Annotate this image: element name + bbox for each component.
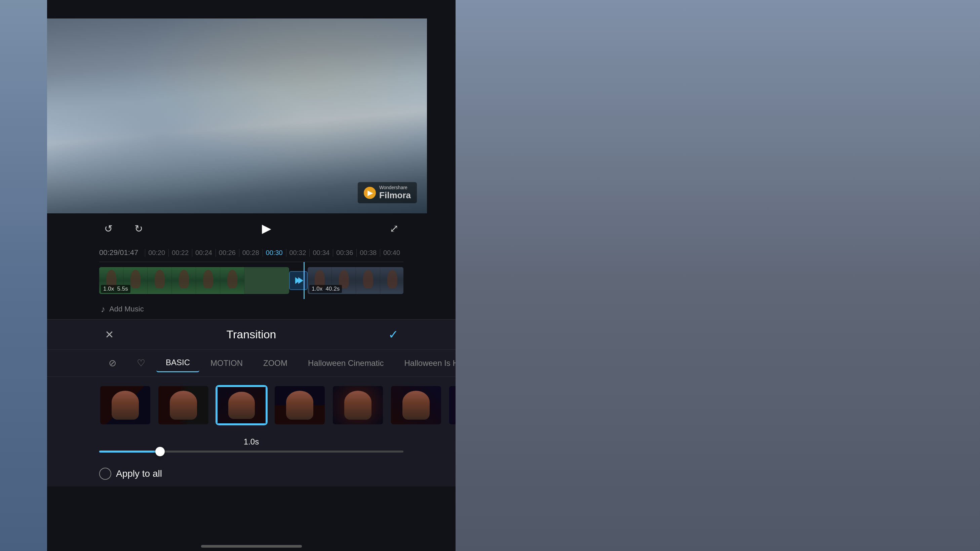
thumb-top	[158, 386, 208, 424]
ruler-mark-11: 00:40	[380, 249, 403, 257]
apply-to-all-button[interactable]: Apply to all	[99, 468, 162, 480]
clip-a-thumb-6	[220, 267, 244, 294]
ruler-mark-1: 00:20	[145, 249, 169, 257]
transition-thumb-2[interactable]	[158, 385, 210, 426]
slider-area: 1.0s	[47, 434, 455, 461]
music-note-icon: ♪	[101, 304, 105, 314]
transition-thumb-7[interactable]	[448, 385, 455, 426]
tab-halloween-is-here[interactable]: Halloween Is Here	[395, 354, 455, 372]
transition-thumb-6[interactable]	[390, 385, 442, 426]
ruler-mark-2: 00:22	[169, 249, 192, 257]
time-current: 00:29	[99, 248, 118, 257]
checkmark-icon: ✓	[388, 327, 398, 342]
transition-thumb-3-inner	[216, 386, 267, 424]
controls-left: ↺ ↻	[99, 219, 148, 238]
add-music-bar: ♪ Add Music	[99, 299, 403, 319]
transition-thumb-4[interactable]	[274, 385, 326, 426]
ruler-mark-8: 00:34	[309, 249, 333, 257]
transition-marker[interactable]	[289, 271, 308, 290]
tab-favorites[interactable]: ♡	[127, 353, 155, 373]
clip-a-thumb-5	[196, 267, 220, 294]
thumbnails-area	[47, 376, 455, 434]
clips-container: 1.0x 5.5s	[99, 267, 403, 294]
clip-a-speed: 1.0x	[103, 286, 114, 292]
transition-thumb-1[interactable]	[99, 385, 151, 426]
clip-a-info: 1.0x 5.5s	[101, 285, 130, 293]
ruler-mark-6: 00:30	[262, 249, 286, 257]
redo-button[interactable]: ↻	[129, 219, 148, 238]
tab-basic[interactable]: BASIC	[156, 354, 199, 372]
watermark-text: Wondershare Filmora	[379, 185, 411, 200]
clip-a-thumb-3	[148, 267, 172, 294]
svg-marker-1	[298, 277, 303, 284]
panel-title: Transition	[226, 328, 276, 341]
close-icon: ✕	[105, 328, 114, 341]
thumb-top	[218, 387, 266, 423]
ruler-mark-9: 00:36	[333, 249, 356, 257]
right-sidebar	[455, 0, 980, 551]
transition-thumb-1-inner	[100, 386, 150, 424]
bottom-scrollbar[interactable]	[201, 545, 302, 548]
tab-recent[interactable]: ⊘	[99, 353, 126, 373]
transition-thumb-7-inner	[449, 386, 455, 424]
ruler-mark-4: 00:26	[215, 249, 239, 257]
tab-halloween-cinematic-label: Halloween Cinematic	[308, 359, 383, 368]
undo-icon: ↺	[104, 223, 113, 235]
fullscreen-button[interactable]: ⤢	[385, 219, 403, 238]
main-area: ▶ Wondershare Filmora ↺ ↻ ▶	[47, 0, 455, 551]
play-button[interactable]: ▶	[255, 217, 278, 240]
timeline-area: 00:29/01:47 00:20 00:22 00:24 00:26 00:2…	[47, 244, 455, 319]
transition-thumb-5[interactable]	[332, 385, 384, 426]
play-icon: ▶	[262, 221, 271, 235]
controls-bar: ↺ ↻ ▶ ⤢	[47, 213, 455, 244]
time-total: 01:47	[120, 248, 138, 257]
redo-icon: ↻	[134, 223, 143, 235]
tab-bar: ⊘ ♡ BASIC MOTION ZOOM Halloween Cinemati…	[47, 350, 455, 376]
undo-button[interactable]: ↺	[99, 219, 118, 238]
transition-panel: ✕ Transition ✓ ⊘ ♡ BASIC MOTIO	[47, 319, 455, 486]
clip-b-thumb-3	[356, 267, 380, 294]
timeline-ruler: 00:29/01:47 00:20 00:22 00:24 00:26 00:2…	[99, 244, 403, 262]
ruler-mark-7: 00:32	[286, 249, 310, 257]
transition-thumb-4-inner	[275, 386, 325, 424]
clip-a-thumb-4	[172, 267, 196, 294]
tab-halloween-cinematic[interactable]: Halloween Cinematic	[299, 354, 393, 372]
transition-thumb-3[interactable]	[215, 385, 267, 426]
clip-a[interactable]: 1.0x 5.5s	[99, 267, 289, 294]
video-preview: ▶ Wondershare Filmora	[47, 19, 427, 213]
fullscreen-icon: ⤢	[390, 222, 399, 235]
tab-basic-label: BASIC	[166, 358, 190, 367]
clip-b-duration: 40.2s	[326, 286, 340, 292]
thumb-top	[100, 386, 150, 424]
tab-motion-label: MOTION	[210, 359, 243, 368]
apply-to-all-label: Apply to all	[116, 468, 162, 479]
current-time: 00:29/01:47	[99, 248, 138, 257]
slider-label: 1.0s	[244, 437, 259, 446]
watermark: ▶ Wondershare Filmora	[358, 182, 417, 203]
tab-motion[interactable]: MOTION	[201, 354, 252, 372]
apply-circle-icon	[99, 468, 111, 480]
thumb-top	[275, 386, 325, 424]
tab-zoom[interactable]: ZOOM	[254, 354, 297, 372]
add-music-label: Add Music	[109, 305, 144, 313]
clip-b[interactable]: 1.0x 40.2s	[308, 267, 403, 294]
app-background: ▶ Wondershare Filmora ↺ ↻ ▶	[0, 0, 980, 551]
transition-thumb-2-inner	[158, 386, 208, 424]
tab-halloween-is-here-label: Halloween Is Here	[404, 359, 455, 368]
ruler-mark-3: 00:24	[192, 249, 215, 257]
thumb-top	[333, 386, 383, 424]
clip-b-speed: 1.0x	[312, 286, 322, 292]
duration-slider[interactable]	[99, 451, 403, 453]
tab-zoom-label: ZOOM	[263, 359, 288, 368]
panel-close-button[interactable]: ✕	[99, 324, 119, 345]
transition-thumb-5-inner	[333, 386, 383, 424]
thumb-top	[449, 386, 455, 424]
apply-area: Apply to all	[47, 461, 455, 486]
ruler-mark-5: 00:28	[239, 249, 262, 257]
left-sidebar	[0, 0, 47, 551]
watermark-icon: ▶	[364, 187, 376, 199]
timeline-playhead	[304, 262, 305, 299]
clip-a-duration: 5.5s	[117, 286, 128, 292]
add-music-button[interactable]: ♪ Add Music	[101, 304, 144, 314]
panel-confirm-button[interactable]: ✓	[383, 324, 403, 345]
